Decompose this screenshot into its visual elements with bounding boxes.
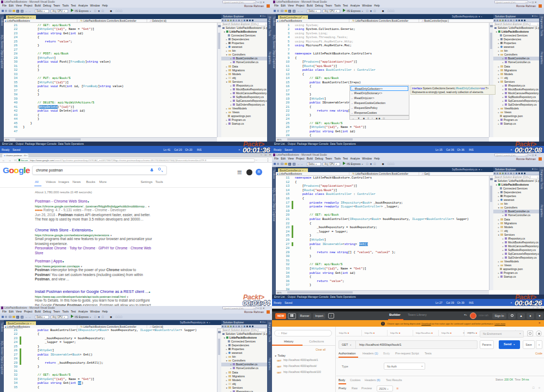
svg-text:00:02:08: 00:02:08 (515, 146, 542, 154)
svg-text:00:03:44: 00:03:44 (243, 299, 270, 307)
svg-text:00:01:36: 00:01:36 (243, 146, 270, 154)
svg-text:00:04:26: 00:04:26 (515, 299, 542, 307)
